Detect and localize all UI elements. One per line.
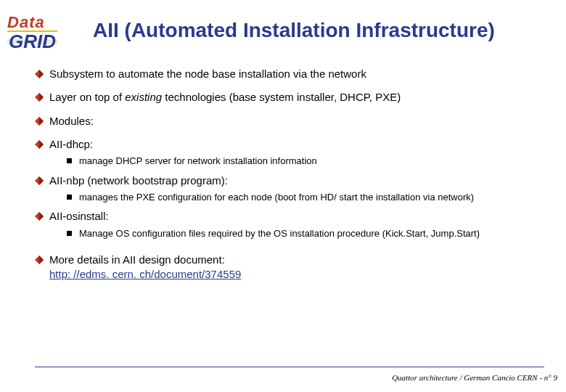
svg-marker-5 (39, 117, 44, 126)
square-icon (67, 195, 72, 200)
logo-top: Data (7, 13, 57, 32)
footer-divider (35, 367, 544, 367)
diamond-icon (35, 212, 44, 221)
square-icon (67, 158, 72, 163)
diamond-icon (35, 70, 44, 78)
svg-marker-3 (39, 93, 44, 102)
svg-marker-1 (39, 70, 44, 78)
svg-marker-7 (39, 140, 44, 149)
bullet-layer: Layer on top of existing technologies (b… (35, 90, 544, 105)
bullet-text: AII-dhcp: (49, 137, 93, 152)
svg-marker-13 (39, 256, 44, 264)
bullet-modules: Modules: (35, 114, 544, 128)
svg-marker-9 (39, 176, 44, 185)
bullet-aii-nbp: AII-nbp (network bootstrap program): (35, 173, 544, 188)
diamond-icon (35, 140, 44, 149)
diamond-icon (35, 117, 44, 126)
bullet-more-details: More details in AII design document: htt… (35, 253, 544, 282)
sub-bullet-dhcp: manage DHCP server for network installat… (67, 155, 544, 168)
sub-bullet-nbp: manages the PXE configuration for each n… (67, 191, 544, 204)
diamond-icon (35, 176, 44, 185)
diamond-icon (35, 256, 44, 264)
bullet-text: More details in AII design document: htt… (49, 253, 241, 282)
logo-bottom: GRID (7, 33, 57, 50)
bullet-aii-osinstall: AII-osinstall: (35, 209, 544, 224)
bullet-aii-dhcp: AII-dhcp: (35, 137, 544, 152)
sub-text: Manage OS configuration files required b… (79, 227, 480, 240)
logo: Data GRID (7, 13, 57, 50)
square-icon (67, 231, 72, 236)
design-doc-link[interactable]: http: //edms. cern. ch/document/374559 (49, 268, 241, 280)
content-area: Subsystem to automate the node base inst… (35, 67, 544, 291)
footer-text: Quattor architecture / German Cancio CER… (392, 373, 557, 382)
diamond-icon (35, 93, 44, 102)
svg-marker-11 (39, 212, 44, 221)
page-title: AII (Automated Installation Infrastructu… (93, 19, 495, 42)
bullet-subsystem: Subsystem to automate the node base inst… (35, 67, 544, 81)
sub-text: manage DHCP server for network installat… (79, 155, 317, 168)
bullet-text: Modules: (49, 114, 94, 128)
sub-text: manages the PXE configuration for each n… (79, 191, 474, 204)
bullet-text: Subsystem to automate the node base inst… (49, 67, 366, 81)
sub-bullet-osinstall: Manage OS configuration files required b… (67, 227, 544, 240)
bullet-text: AII-nbp (network bootstrap program): (49, 173, 228, 188)
bullet-text: Layer on top of existing technologies (b… (49, 90, 401, 105)
bullet-text: AII-osinstall: (49, 209, 109, 224)
